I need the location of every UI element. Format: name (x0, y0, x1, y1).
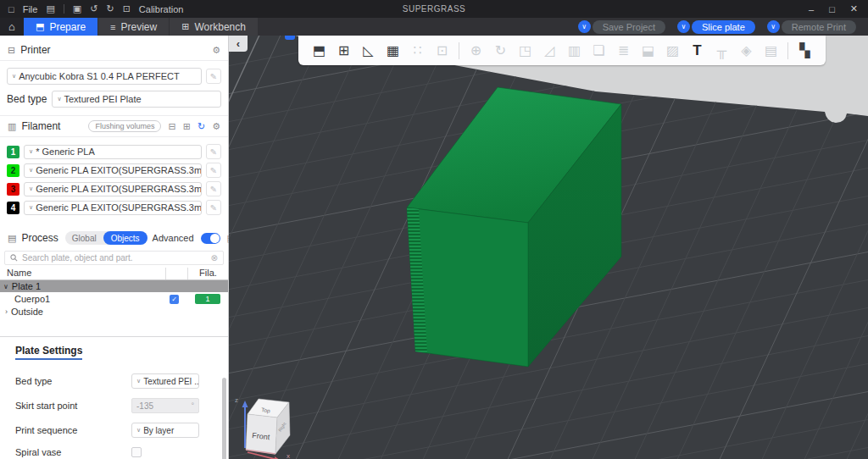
support-paint-icon[interactable]: ╥ (709, 43, 734, 58)
scale-icon[interactable]: ◳ (513, 42, 537, 58)
add-filament-icon[interactable]: ⊞ (183, 121, 191, 132)
menu-cluster: □ File ▤ ▣ ↺ ↻ ⊡ Calibration (0, 3, 183, 14)
rotate-icon[interactable]: ↻ (488, 42, 513, 58)
mesh-boolean-icon[interactable]: ⬓ (636, 42, 660, 58)
object-visible-checkbox[interactable]: ✓ (170, 295, 179, 304)
filament-section-label: Filament (21, 120, 60, 132)
tab-preview[interactable]: ≡ Preview (98, 18, 169, 36)
file-icon[interactable]: □ (8, 4, 14, 14)
save-project-dropdown[interactable]: ∨ (578, 20, 591, 33)
flushing-volumes-button[interactable]: Flushing volumes (88, 120, 161, 132)
slice-plate-button[interactable]: Slice plate (692, 20, 755, 34)
filament-select-3[interactable]: ∨ Generic PLA EXITO(SUPERGRASS.3mf) (24, 182, 202, 196)
color-paint-icon[interactable]: ▨ (660, 42, 685, 58)
seam-paint-icon[interactable]: ◈ (734, 42, 759, 58)
chevron-down-icon: ∨ (136, 427, 141, 434)
chevron-down-icon[interactable]: ∨ (3, 283, 8, 290)
spiral-vase-checkbox[interactable] (131, 447, 142, 457)
redo-icon[interactable]: ↻ (106, 3, 114, 14)
action-buttons: ∨ Save Project ∨ Slice plate ∨ Remote Pr… (578, 18, 868, 36)
arrange-all-icon[interactable]: ⊡ (430, 42, 454, 58)
clear-search-icon[interactable]: ⊗ (211, 253, 218, 263)
printer-settings-icon[interactable]: ⚙ (212, 45, 220, 56)
object-row-label: Cuerpo1 (0, 294, 165, 304)
tab-prepare[interactable]: ⬒ Prepare (24, 18, 97, 36)
edit-filament-button[interactable]: ✎ (206, 181, 221, 196)
orient-all-icon[interactable]: ∷ (405, 42, 430, 58)
filament-select-1[interactable]: ∨ * Generic PLA (24, 145, 202, 159)
add-plate-icon[interactable]: ⊞ (331, 42, 356, 58)
viewport-3d[interactable]: Top Front Right z x ⬒⊞◺▦∷⊡⊕↻◳◿▥❏≣⬓▨T╥◈▤▚… (229, 36, 868, 459)
outside-row-label: Outside (11, 307, 43, 317)
printer-preset-select[interactable]: ∨ Anycubic Kobra S1 0.4 PLA PERFECT (7, 68, 202, 85)
skirt-start-point-input[interactable]: -135 ° (131, 398, 199, 413)
calibration-icon[interactable]: ⊡ (123, 3, 131, 14)
scope-objects-button[interactable]: Objects (103, 231, 147, 245)
object-filament-badge[interactable]: 1 (195, 294, 220, 304)
degree-suffix: ° (191, 401, 194, 410)
bed-type-plate-select[interactable]: ∨ Textured PEI .. (131, 373, 199, 389)
scope-switch: Global Objects (65, 231, 147, 245)
add-object-icon[interactable]: ⬒ (307, 42, 331, 58)
lay-flat-icon[interactable]: ◿ (537, 42, 562, 58)
edit-icon: ✎ (210, 185, 217, 194)
printer-section-label: Printer (20, 44, 50, 56)
tab-workbench[interactable]: ⊞ Workbench (170, 18, 258, 36)
remote-print-dropdown[interactable]: ∨ (767, 20, 780, 33)
arrange-icon[interactable]: ▦ (381, 42, 405, 58)
fuzzy-skin-icon[interactable]: ▤ (759, 42, 783, 58)
navbar: ⌂ ⬒ Prepare ≡ Preview ⊞ Workbench ∨ Save… (0, 18, 868, 36)
remote-print-button[interactable]: Remote Print (782, 20, 856, 34)
filament-select-2[interactable]: ∨ Generic PLA EXITO(SUPERGRASS.3mf) (24, 163, 202, 178)
chevron-down-icon: ∨ (136, 378, 141, 384)
advanced-toggle[interactable] (201, 233, 220, 244)
edit-printer-button[interactable]: ✎ (206, 69, 221, 84)
menu-list-icon[interactable]: ▤ (46, 3, 54, 14)
panel-scrollbar[interactable] (222, 378, 226, 459)
maximize-button[interactable]: □ (829, 4, 835, 14)
tree-row-object[interactable]: Cuerpo1 ✓ 1 (0, 292, 228, 306)
filament-select-4[interactable]: ∨ Generic PLA EXITO(SUPERGRASS.3mf) (24, 201, 202, 215)
file-menu[interactable]: File (23, 4, 38, 14)
bed-type-value: Textured PEI Plate (64, 94, 142, 104)
filament-color-swatch[interactable]: 1 (7, 146, 19, 158)
minimize-button[interactable]: – (809, 4, 814, 14)
auto-orient-icon[interactable]: ◺ (356, 42, 381, 58)
text-tool-icon[interactable]: T (685, 42, 709, 59)
print-sequence-select[interactable]: ∨ By layer (131, 423, 199, 438)
filament-color-swatch[interactable]: 2 (7, 164, 19, 177)
filament-section-header: ▥ Filament Flushing volumes ⊟ ⊞ ↻ ⚙ (0, 116, 228, 136)
edit-filament-button[interactable]: ✎ (206, 144, 221, 159)
filament-color-swatch[interactable]: 3 (7, 183, 19, 196)
z-axis-label: z (235, 396, 238, 404)
tree-row-plate[interactable]: ∨ Plate 1 (0, 280, 228, 292)
viewport-toolbar: ⬒⊞◺▦∷⊡⊕↻◳◿▥❏≣⬓▨T╥◈▤▚ (298, 36, 826, 65)
setting-value: -135 (136, 401, 153, 411)
clone-icon[interactable]: ❏ (587, 42, 611, 58)
slice-plate-dropdown[interactable]: ∨ (677, 20, 690, 33)
home-button[interactable]: ⌂ (0, 18, 24, 36)
move-icon[interactable]: ⊕ (464, 42, 488, 58)
edit-filament-button[interactable]: ✎ (206, 200, 221, 215)
close-button[interactable]: ✕ (850, 3, 858, 14)
bed-type-select[interactable]: ∨ Textured PEI Plate (52, 91, 221, 108)
sync-filament-icon[interactable]: ↻ (198, 121, 205, 132)
save-project-button[interactable]: Save Project (593, 20, 665, 34)
edit-filament-button[interactable]: ✎ (206, 163, 221, 178)
undo-icon[interactable]: ↺ (90, 3, 97, 14)
filament-color-swatch[interactable]: 4 (7, 202, 19, 214)
toggle-knob (210, 234, 220, 243)
save-icon[interactable]: ▣ (73, 3, 81, 14)
filament-settings-icon[interactable]: ⚙ (212, 121, 220, 132)
scope-global-button[interactable]: Global (65, 234, 103, 243)
calibration-menu[interactable]: Calibration (139, 4, 184, 14)
tree-row-outside[interactable]: › Outside (0, 306, 228, 318)
split-objects-icon[interactable]: ▥ (562, 42, 587, 58)
assembly-view-icon[interactable]: ▚ (793, 42, 817, 58)
setting-label: Skirt start point (15, 401, 131, 411)
search-input[interactable] (22, 253, 207, 263)
home-icon: ⌂ (8, 20, 15, 33)
remove-filament-icon[interactable]: ⊟ (168, 121, 175, 132)
collapse-panel-button[interactable]: ‹ (229, 36, 248, 52)
variable-layer-height-icon[interactable]: ≣ (611, 42, 636, 58)
